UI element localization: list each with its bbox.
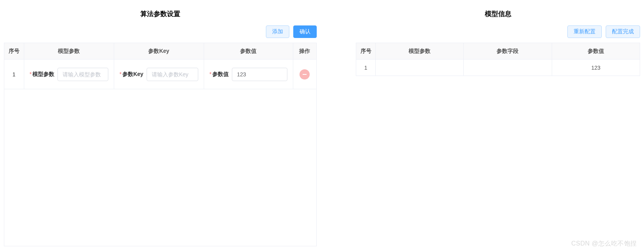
table-row: 1 123 bbox=[356, 60, 640, 76]
param-key-input[interactable] bbox=[147, 68, 198, 81]
reconfig-button[interactable]: 重新配置 bbox=[567, 25, 602, 38]
watermark: CSDN @怎么吃不饱捏 bbox=[571, 240, 637, 248]
model-param-label: *模型参数 bbox=[30, 71, 54, 78]
col-param-field: 参数字段 bbox=[464, 43, 552, 60]
remove-row-button[interactable] bbox=[300, 69, 310, 79]
algorithm-params-panel: 算法参数设置 添加 确认 序号 模型参数 参数Key 参数值 操作 bbox=[4, 4, 317, 246]
svg-rect-0 bbox=[303, 74, 307, 75]
model-info-table: 序号 模型参数 参数字段 参数值 1 123 bbox=[356, 43, 640, 76]
cell-seq: 1 bbox=[4, 60, 24, 89]
params-table: 序号 模型参数 参数Key 参数值 操作 1 *模型参数 bbox=[4, 43, 316, 89]
add-button[interactable]: 添加 bbox=[266, 25, 289, 38]
right-button-row: 重新配置 配置完成 bbox=[356, 22, 640, 43]
table-row: 1 *模型参数 *参数Key bbox=[4, 60, 316, 89]
cell-param-field bbox=[464, 60, 552, 76]
left-button-row: 添加 确认 bbox=[4, 22, 317, 43]
col-param-value: 参数值 bbox=[204, 43, 293, 60]
col-op: 操作 bbox=[293, 43, 316, 60]
param-value-input[interactable] bbox=[232, 68, 287, 81]
model-info-panel: 模型信息 重新配置 配置完成 序号 模型参数 参数字段 参数值 1 bbox=[356, 4, 640, 246]
minus-icon bbox=[302, 72, 307, 77]
col-seq: 序号 bbox=[356, 43, 376, 60]
col-model-param: 模型参数 bbox=[376, 43, 464, 60]
col-param-key: 参数Key bbox=[114, 43, 204, 60]
col-seq: 序号 bbox=[4, 43, 24, 60]
col-param-value: 参数值 bbox=[552, 43, 640, 60]
left-panel-title: 算法参数设置 bbox=[4, 4, 317, 22]
model-param-input[interactable] bbox=[57, 68, 108, 81]
param-key-label: *参数Key bbox=[120, 71, 144, 78]
col-model-param: 模型参数 bbox=[24, 43, 114, 60]
cell-model-param bbox=[376, 60, 464, 76]
cell-seq: 1 bbox=[356, 60, 376, 76]
cell-param-value: 123 bbox=[552, 60, 640, 76]
confirm-button[interactable]: 确认 bbox=[293, 25, 317, 38]
config-done-button[interactable]: 配置完成 bbox=[606, 25, 640, 38]
param-value-label: *参数值 bbox=[210, 71, 229, 78]
right-panel-title: 模型信息 bbox=[356, 4, 640, 22]
